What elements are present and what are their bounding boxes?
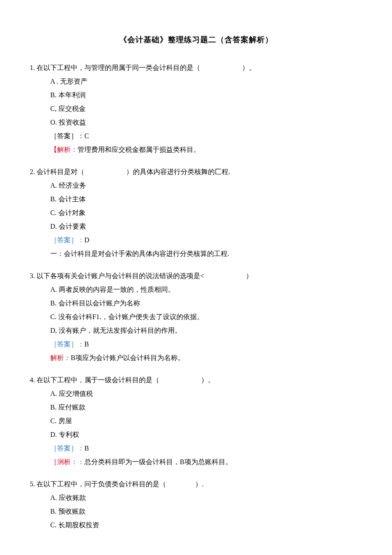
question-number: 1. [30,64,35,71]
answer-line: ［答案］：C [50,131,362,141]
document-page: 《会计基础》整理练习题二（含答案解析） 1. 在以下工程中，与管理的用属于同一类… [0,0,392,555]
option-b: B. 预收账款 [50,506,362,517]
option-b: B. 本年利润 [50,90,362,100]
stem-before: 以下各项有关会计账户与会计科目的说法错误的选项是< [37,272,204,279]
option-a: A. 应交增值税 [50,389,362,399]
question-number: 3. [30,272,35,279]
analysis-line: 解析：B项应为会计账户以会计科目为名称。 [50,353,362,363]
analysis-text: 会计科目是对会计手索的具体内容进行分类核算的工程. [64,250,229,257]
option-b: B. 应付账款 [50,402,362,413]
question-5: 5. 在以下工程中，问于负债类会计科目的是（ ）. A. 应收账款 B. 预收账… [30,479,362,530]
answer-line: ［答案］：B [50,443,362,453]
stem-after: ）. [195,480,204,488]
answer-label: ［答案］： [50,445,84,452]
option-c: C, 应交税金 [50,104,362,114]
answer-label: ［答案］： [50,340,84,348]
analysis-text: 管理费用和应交税金都属于损益类科目。 [78,146,200,153]
analysis-line: ［涧析：：总分类科目即为一级会计科目，B项为总账科目。 [50,457,362,467]
question-number: 5. [30,480,35,488]
answer-label: ［答案］： [50,236,84,244]
option-b: B. 会计主体 [50,194,362,204]
option-a: A . 无形资产 [50,76,362,87]
question-stem: 4. 在以下工程中，属于一级会计科目的是（ ）。 [30,375,362,385]
answer-value: B [84,340,89,348]
stem-after: ） [246,272,253,279]
option-b: B. 会计科目以会计账户为名称 [50,298,362,308]
stem-before: 在以下工程中，问于负债类会计科目的是（ [37,480,166,488]
question-3: 3. 以下各项有关会计账户与会计科目的说法错误的选项是< ） A. 两者反映的内… [30,271,362,363]
answer-value: D [84,236,89,244]
question-stem: 2. 会计科目是对（ ）的具体内容进行分类核舞的匚程. [30,167,362,177]
analysis-label: ［涧析：： [50,458,84,465]
analysis-line: 【解析：管理费用和应交税金都属于损益类科目。 [50,145,362,155]
analysis-text: B项应为会计账户以会计科目为名称。 [71,354,184,361]
document-title: 《会计基础》整理练习题二（含答案解析） [30,34,362,46]
answer-value: B [84,445,89,452]
answer-line: ［答案］：D [50,235,362,245]
option-a: A. 两者反映的内容是一致的，性质相同。 [50,285,362,295]
question-stem: 3. 以下各项有关会计账户与会计科目的说法错误的选项是< ） [30,271,362,281]
analysis-label: 【解析： [50,146,78,153]
stem-before: 会计科目是对（ [37,168,84,175]
analysis-label: 解析： [50,354,71,361]
option-d: O. 投资收益 [50,117,362,128]
option-d: D, 没有账户，就无法发挥会计科目的作用。 [50,325,362,336]
question-number: 4. [30,376,35,384]
question-stem: 5. 在以下工程中，问于负债类会计科目的是（ ）. [30,479,362,489]
answer-label: ［答案］： [50,132,84,139]
stem-after: ）。 [201,376,215,384]
analysis-text: 总分类科目即为一级会计科目，B项为总账科目。 [84,458,232,465]
stem-after: ）的具体内容进行分类核舞的匚程. [126,168,230,175]
answer-line: ［答案］：B [50,339,362,349]
stem-before: 在以下工程中，属于一级会计科目的是（ [37,376,159,384]
option-c: C. 房屋 [50,416,362,426]
question-number: 2. [30,168,35,175]
option-a: A. 应收账款 [50,493,362,503]
question-2: 2. 会计科目是对（ ）的具体内容进行分类核舞的匚程. A. 经济业务 B. 会… [30,167,362,259]
question-4: 4. 在以下工程中，属于一级会计科目的是（ ）。 A. 应交增值税 B. 应付账… [30,375,362,467]
analysis-line: 一：会计科目是对会计手索的具体内容进行分类核算的工程. [50,249,362,259]
question-1: 1. 在以下工程中，与管理的用属于同一类会计科目的是（ ）。 A . 无形资产 … [30,63,362,155]
option-c: C. 没有会计科F1.，会计账户便失去了设议的依据。 [50,312,362,322]
stem-before: 在以下工程中，与管理的用属于同一类会计科目的是（ [37,64,200,71]
analysis-label: 一： [50,250,64,257]
option-a: A. 经济业务 [50,180,362,191]
stem-after: ）。 [242,64,256,71]
question-stem: 1. 在以下工程中，与管理的用属于同一类会计科目的是（ ）。 [30,63,362,73]
answer-value: C [84,132,89,139]
option-d: D. 会计要素 [50,221,362,232]
option-c: C. 会计对象 [50,208,362,218]
option-c: C. 长期股权投资 [50,520,362,530]
option-d: D. 专利权 [50,430,362,440]
